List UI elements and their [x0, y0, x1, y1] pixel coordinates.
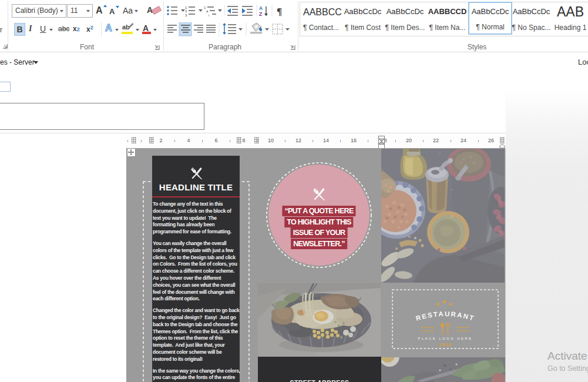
svg-text:i: i	[209, 14, 209, 17]
svg-text:2018: 2018	[439, 342, 452, 347]
svg-text:RESTAURANT: RESTAURANT	[415, 310, 475, 322]
svg-text:¶: ¶	[277, 6, 282, 16]
svg-text:a: a	[206, 9, 209, 13]
svg-text:3: 3	[185, 14, 187, 17]
svg-text:1: 1	[185, 6, 187, 9]
svg-text:A: A	[259, 5, 263, 11]
svg-text:2: 2	[185, 9, 187, 13]
svg-text:PLACE LOGO HERE: PLACE LOGO HERE	[418, 337, 472, 340]
svg-text:Z: Z	[259, 11, 262, 16]
